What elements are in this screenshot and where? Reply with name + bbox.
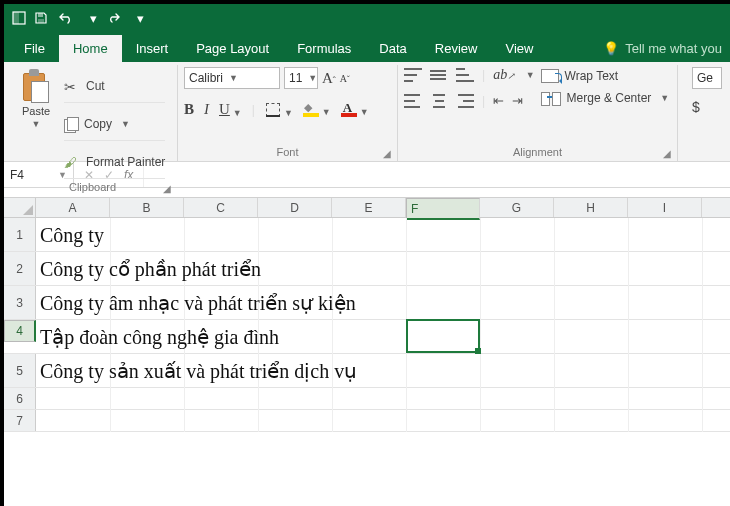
- font-size-select[interactable]: 11 ▼: [284, 67, 318, 89]
- font-launcher-icon[interactable]: ◢: [383, 148, 391, 159]
- save-icon[interactable]: [34, 11, 48, 25]
- grid-rows: 1 Công ty 2 Công ty cổ phần phát triển 3…: [4, 218, 730, 432]
- merge-center-button[interactable]: Merge & Center ▼: [541, 91, 670, 105]
- chevron-down-icon[interactable]: ▼: [233, 108, 242, 118]
- row-header-4[interactable]: 4: [4, 320, 36, 342]
- col-header-g[interactable]: G: [480, 198, 554, 217]
- tab-view[interactable]: View: [491, 35, 547, 62]
- fill-color-button[interactable]: ▼: [303, 103, 331, 117]
- chevron-down-icon[interactable]: ▼: [660, 93, 669, 103]
- col-header-a[interactable]: A: [36, 198, 110, 217]
- font-name-select[interactable]: Calibri ▼: [184, 67, 280, 89]
- copy-label: Copy: [84, 117, 112, 131]
- align-top-icon[interactable]: [404, 68, 422, 82]
- tab-review[interactable]: Review: [421, 35, 492, 62]
- select-all-corner[interactable]: [4, 198, 36, 217]
- bucket-icon: [303, 103, 319, 117]
- undo-dropdown-icon[interactable]: ▾: [90, 11, 97, 26]
- tell-me-label: Tell me what you: [625, 41, 722, 56]
- col-header-f[interactable]: F: [406, 198, 480, 220]
- scissors-icon: [64, 79, 80, 93]
- align-right-icon[interactable]: [456, 94, 474, 108]
- font-color-button[interactable]: ▼: [341, 103, 369, 117]
- paste-dropdown-icon[interactable]: ▼: [32, 119, 41, 129]
- align-bottom-icon[interactable]: [456, 68, 474, 82]
- border-icon: [265, 102, 281, 118]
- col-header-b[interactable]: B: [110, 198, 184, 217]
- paste-label: Paste: [22, 105, 50, 117]
- cut-button[interactable]: Cut: [64, 69, 165, 103]
- qat-customize-icon[interactable]: ▾: [137, 11, 144, 26]
- chevron-down-icon[interactable]: ▼: [526, 70, 535, 80]
- format-painter-button[interactable]: Format Painter: [64, 145, 165, 179]
- row-header-5[interactable]: 5: [4, 354, 36, 387]
- cell-a5[interactable]: Công ty sản xuất và phát triển dịch vụ: [40, 359, 357, 383]
- tell-me-search[interactable]: 💡 Tell me what you: [595, 35, 730, 62]
- row-3[interactable]: 3 Công ty âm nhạc và phát triển sự kiện: [4, 286, 730, 320]
- title-bar: ▾ ▾: [4, 4, 730, 32]
- accounting-format-icon[interactable]: $: [692, 99, 700, 115]
- group-label-clipboard: Clipboard ◢: [14, 179, 171, 196]
- row-5[interactable]: 5 Công ty sản xuất và phát triển dịch vụ: [4, 354, 730, 388]
- chevron-down-icon: ▼: [308, 73, 317, 83]
- row-6[interactable]: 6: [4, 388, 730, 410]
- align-center-icon[interactable]: [430, 94, 448, 108]
- app-menu-icon[interactable]: [10, 11, 28, 25]
- paste-button[interactable]: Paste ▼: [14, 67, 58, 129]
- redo-icon[interactable]: [107, 11, 121, 25]
- orientation-icon[interactable]: ab↗: [493, 67, 515, 83]
- align-left-icon[interactable]: [404, 94, 422, 108]
- underline-button[interactable]: U▼: [219, 101, 242, 118]
- copy-button[interactable]: Copy ▼: [64, 107, 165, 141]
- clipboard-launcher-icon[interactable]: ◢: [163, 183, 171, 194]
- tab-data[interactable]: Data: [365, 35, 420, 62]
- alignment-launcher-icon[interactable]: ◢: [663, 148, 671, 159]
- row-header-3[interactable]: 3: [4, 286, 36, 319]
- tab-formulas[interactable]: Formulas: [283, 35, 365, 62]
- cell-a4[interactable]: Tập đoàn công nghệ gia đình: [40, 325, 279, 349]
- svg-rect-2: [38, 13, 43, 17]
- wrap-text-icon: [541, 69, 559, 83]
- cell-a2[interactable]: Công ty cổ phần phát triển: [40, 257, 261, 281]
- copy-icon: [64, 117, 78, 131]
- cell-a1[interactable]: Công ty: [40, 223, 104, 246]
- bold-button[interactable]: B: [184, 101, 194, 118]
- tab-home[interactable]: Home: [59, 35, 122, 62]
- borders-button[interactable]: ▼: [265, 102, 293, 118]
- row-2[interactable]: 2 Công ty cổ phần phát triển: [4, 252, 730, 286]
- align-middle-icon[interactable]: [430, 68, 448, 82]
- row-7[interactable]: 7: [4, 410, 730, 432]
- group-font: Calibri ▼ 11 ▼ Aˆ Aˇ B I U▼ |: [178, 65, 398, 161]
- worksheet-grid[interactable]: A B C D E F G H I 1 Công ty 2 Công ty cổ…: [4, 198, 730, 432]
- row-4[interactable]: 4 Tập đoàn công nghệ gia đình: [4, 320, 730, 354]
- number-format-select[interactable]: Ge: [692, 67, 722, 89]
- tab-file[interactable]: File: [10, 35, 59, 62]
- merge-icon: [541, 91, 561, 105]
- row-header-6[interactable]: 6: [4, 388, 36, 409]
- increase-indent-icon[interactable]: ⇥: [512, 93, 523, 108]
- row-1[interactable]: 1 Công ty: [4, 218, 730, 252]
- chevron-down-icon[interactable]: ▼: [360, 107, 369, 117]
- italic-button[interactable]: I: [204, 101, 209, 118]
- decrease-font-icon[interactable]: Aˇ: [340, 73, 350, 84]
- tab-insert[interactable]: Insert: [122, 35, 183, 62]
- col-header-i[interactable]: I: [628, 198, 702, 217]
- decrease-indent-icon[interactable]: ⇤: [493, 93, 504, 108]
- chevron-down-icon[interactable]: ▼: [284, 108, 293, 118]
- row-header-7[interactable]: 7: [4, 410, 36, 431]
- increase-font-icon[interactable]: Aˆ: [322, 70, 336, 87]
- lightbulb-icon: 💡: [603, 41, 619, 56]
- row-header-2[interactable]: 2: [4, 252, 36, 285]
- tab-page-layout[interactable]: Page Layout: [182, 35, 283, 62]
- wrap-text-button[interactable]: Wrap Text: [541, 69, 670, 83]
- col-header-e[interactable]: E: [332, 198, 406, 217]
- col-header-d[interactable]: D: [258, 198, 332, 217]
- col-header-c[interactable]: C: [184, 198, 258, 217]
- chevron-down-icon[interactable]: ▼: [322, 107, 331, 117]
- col-header-h[interactable]: H: [554, 198, 628, 217]
- copy-dropdown-icon[interactable]: ▼: [121, 119, 130, 129]
- undo-icon[interactable]: [58, 11, 74, 25]
- group-label-number: [684, 144, 722, 161]
- row-header-1[interactable]: 1: [4, 218, 36, 251]
- cell-a3[interactable]: Công ty âm nhạc và phát triển sự kiện: [40, 291, 356, 315]
